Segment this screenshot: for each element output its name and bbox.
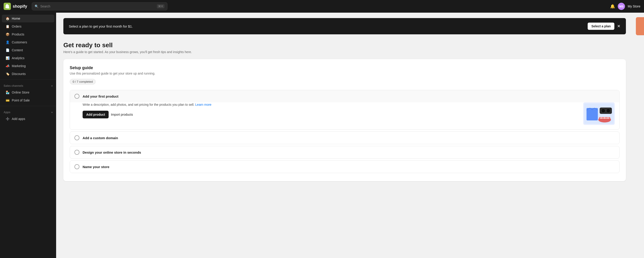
apps-expand-icon[interactable]: ▾ — [51, 111, 52, 114]
check-circle-name-store — [74, 164, 80, 169]
plus-icon: ➕ — [6, 117, 10, 121]
sidebar-item-label: Products — [12, 32, 24, 36]
products-icon: 📦 — [6, 32, 10, 36]
import-products-button[interactable]: Import products — [111, 113, 133, 116]
top-nav: shopify 🔍 Search ⌘ K 🔔 MS My Store — [0, 0, 644, 13]
setup-item-custom-domain: Add a custom domain — [70, 131, 620, 144]
setup-item-name-store: Name your store — [70, 160, 620, 173]
check-circle-add-product — [74, 94, 80, 99]
svg-rect-5 — [605, 110, 607, 111]
sidebar-item-label: Marketing — [12, 64, 26, 68]
progress-text: 0 / 7 completed — [73, 80, 93, 83]
store-name[interactable]: My Store — [628, 4, 640, 8]
marketing-icon: 📣 — [6, 64, 10, 68]
discounts-icon: 🏷️ — [6, 72, 10, 76]
search-icon: 🔍 — [34, 4, 38, 8]
search-bar[interactable]: 🔍 Search ⌘ K — [32, 2, 168, 10]
learn-more-link[interactable]: Learn more — [195, 103, 212, 106]
add-product-button[interactable]: Add product — [82, 111, 108, 118]
customers-icon: 👤 — [6, 40, 10, 44]
side-hint-button[interactable] — [636, 17, 644, 35]
setup-item-add-product: Add your first product Write a descripti… — [70, 90, 620, 130]
sidebar-item-label: Home — [12, 17, 20, 20]
online-store-icon: 🏪 — [6, 90, 10, 94]
setup-item-design-store: Design your online store in seconds — [70, 146, 620, 159]
notifications-icon[interactable]: 🔔 — [610, 4, 615, 9]
sidebar-item-label: Orders — [12, 25, 22, 28]
nav-right: 🔔 MS My Store — [610, 3, 640, 10]
banner-close-button[interactable]: ✕ — [617, 24, 620, 29]
sidebar-item-products[interactable]: 📦 Products — [2, 30, 54, 38]
setup-item-title-add-product: Add your first product — [82, 94, 118, 98]
sales-channels-label: Sales channels ▾ — [0, 82, 56, 88]
sidebar-item-label: Online Store — [12, 91, 30, 94]
promo-banner: Select a plan to get your first month fo… — [63, 18, 626, 34]
logo-area: shopify — [4, 3, 27, 10]
sidebar-item-content[interactable]: 📄 Content — [2, 46, 54, 54]
pos-icon: 💳 — [6, 98, 10, 102]
app-body: 🏠 Home 📋 Orders 📦 Products 👤 Customers 📄… — [0, 13, 644, 258]
home-icon: 🏠 — [6, 16, 10, 20]
sidebar-item-home[interactable]: 🏠 Home — [2, 15, 54, 22]
content-icon: 📄 — [6, 48, 10, 52]
setup-item-content-add-product: Write a description, add photos, and set… — [82, 102, 578, 118]
sidebar-item-label: Analytics — [12, 56, 24, 60]
sidebar: 🏠 Home 📋 Orders 📦 Products 👤 Customers 📄… — [0, 13, 56, 258]
setup-guide-title: Setup guide — [70, 66, 620, 70]
sidebar-item-online-store[interactable]: 🏪 Online Store — [2, 89, 54, 96]
apps-label: Apps ▾ — [0, 108, 56, 115]
setup-guide-desc: Use this personalized guide to get your … — [70, 72, 620, 75]
sidebar-item-analytics[interactable]: 📊 Analytics — [2, 54, 54, 62]
search-shortcut: ⌘ K — [157, 4, 164, 8]
logo-text: shopify — [13, 4, 27, 9]
product-illustration — [583, 102, 615, 125]
sidebar-item-label: Point of Sale — [12, 99, 30, 102]
sidebar-item-orders[interactable]: 📋 Orders — [2, 23, 54, 30]
page-subtitle: Here's a guide to get started. As your b… — [63, 50, 626, 54]
svg-point-3 — [601, 109, 605, 113]
expand-icon[interactable]: ▾ — [51, 85, 52, 87]
right-panel — [633, 13, 644, 258]
sidebar-item-discounts[interactable]: 🏷️ Discounts — [2, 70, 54, 78]
sidebar-item-pos[interactable]: 💳 Point of Sale — [2, 97, 54, 104]
setup-item-header-add-product[interactable]: Add your first product — [70, 90, 619, 102]
sidebar-item-label: Customers — [12, 40, 27, 44]
sidebar-divider-1 — [0, 80, 56, 80]
banner-actions: Select a plan ✕ — [588, 23, 620, 30]
check-circle-custom-domain — [74, 135, 80, 140]
avatar[interactable]: MS — [618, 3, 625, 10]
setup-item-desc-add-product: Write a description, add photos, and set… — [82, 102, 578, 107]
select-plan-button[interactable]: Select a plan — [588, 23, 614, 30]
analytics-icon: 📊 — [6, 56, 10, 60]
search-placeholder: Search — [40, 4, 50, 8]
setup-item-header-name-store[interactable]: Name your store — [70, 161, 619, 173]
sidebar-divider-2 — [0, 106, 56, 106]
orders-icon: 📋 — [6, 24, 10, 28]
setup-item-title-design-store: Design your online store in seconds — [82, 150, 141, 154]
sidebar-item-label: Discounts — [12, 72, 26, 76]
progress-badge: 0 / 7 completed — [70, 79, 96, 85]
sidebar-item-marketing[interactable]: 📣 Marketing — [2, 62, 54, 70]
check-circle-design-store — [74, 150, 80, 155]
banner-text: Select a plan to get your first month fo… — [69, 24, 133, 28]
setup-guide-card: Setup guide Use this personalized guide … — [63, 59, 626, 181]
sidebar-item-label: Add apps — [12, 117, 25, 121]
setup-item-title-name-store: Name your store — [82, 165, 109, 169]
sidebar-item-customers[interactable]: 👤 Customers — [2, 38, 54, 46]
shopify-logo-icon — [4, 3, 11, 10]
setup-item-header-custom-domain[interactable]: Add a custom domain — [70, 132, 619, 144]
setup-item-header-design-store[interactable]: Design your online store in seconds — [70, 146, 619, 158]
sidebar-item-label: Content — [12, 48, 23, 52]
main-content: Select a plan to get your first month fo… — [56, 13, 633, 258]
page-title: Get ready to sell — [63, 42, 626, 49]
setup-item-body-add-product: Write a description, add photos, and set… — [70, 102, 619, 129]
setup-item-title-custom-domain: Add a custom domain — [82, 136, 118, 140]
sidebar-item-add-apps[interactable]: ➕ Add apps — [2, 115, 54, 123]
setup-item-actions-add-product: Add product Import products — [82, 111, 578, 118]
